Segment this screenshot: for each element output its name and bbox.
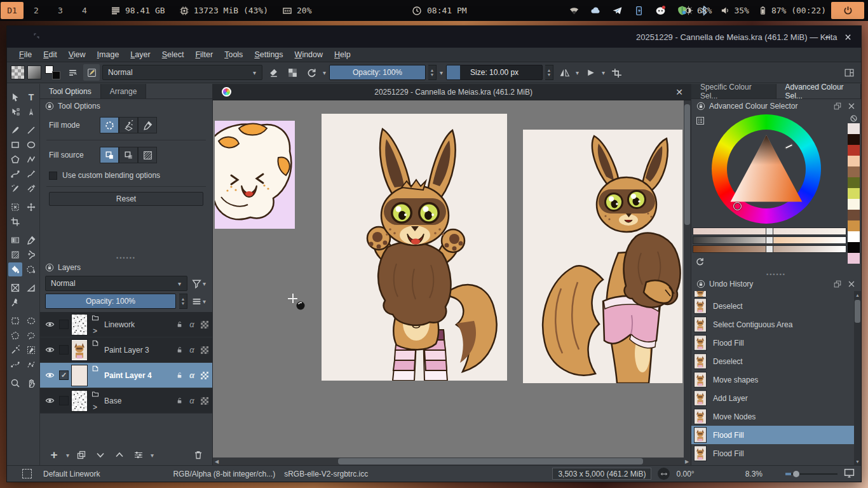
layer-opacity-slider[interactable]: Opacity: 100% (45, 294, 176, 309)
measure-tool[interactable] (24, 281, 38, 295)
undo-scrollbar[interactable]: ▲ ▼ (854, 291, 861, 465)
cloud-icon[interactable] (590, 5, 601, 16)
alpha-lock-icon[interactable]: α (187, 345, 197, 355)
freehand-brush-tool[interactable] (8, 123, 22, 137)
inherit-alpha-icon[interactable] (200, 346, 210, 354)
eraser-mode-button[interactable] (265, 64, 281, 81)
horizontal-mirror-button[interactable] (556, 64, 573, 81)
undo-item-select-contiguous-area-2[interactable]: Select Contiguous Area (691, 315, 854, 334)
color-swatch-7[interactable] (848, 199, 860, 210)
layer-visibility-icon[interactable] (43, 370, 57, 380)
background-color[interactable] (52, 71, 60, 79)
reference-images-tool[interactable] (8, 295, 22, 309)
add-layer-dropdown-icon[interactable]: ▾ (65, 452, 70, 459)
gradient-tool[interactable] (8, 233, 22, 247)
layer-lock-icon[interactable] (174, 346, 184, 354)
layer-blending-dropdown[interactable]: Normal ▾ (45, 276, 187, 291)
undo-item-partial[interactable] (691, 291, 854, 297)
layer-row-base[interactable]: >Baseα (40, 388, 212, 414)
undo-item-deselect-4[interactable]: Deselect (691, 352, 854, 370)
layer-visibility-icon[interactable] (43, 345, 57, 355)
no-color-icon[interactable] (848, 113, 860, 123)
color-swatch-2[interactable] (848, 145, 860, 156)
size-slider[interactable]: Size: 10.00 px (446, 65, 543, 80)
magnetic-select-tool[interactable] (24, 358, 38, 372)
hmirror-dropdown-icon[interactable]: ▾ (575, 69, 580, 76)
workspace-button-4[interactable]: 4 (73, 2, 96, 19)
smart-patch-tool[interactable] (24, 248, 38, 262)
alpha-lock-icon[interactable]: α (187, 370, 197, 380)
color-slider-3[interactable] (693, 245, 846, 253)
polyline-tool[interactable] (24, 152, 38, 166)
inherit-alpha-icon[interactable] (200, 321, 210, 329)
custom-blending-checkbox[interactable] (49, 172, 57, 180)
color-swatch-9[interactable] (848, 220, 860, 231)
menu-filter[interactable]: Filter (189, 50, 219, 59)
menu-select[interactable]: Select (156, 50, 190, 59)
color-swatch-8[interactable] (848, 210, 860, 220)
properties-dropdown-icon[interactable]: ▾ (150, 452, 154, 459)
color-swatch-12[interactable] (848, 253, 860, 264)
contiguous-select-tool[interactable] (8, 343, 22, 357)
fill-mode-all-layers-button[interactable] (119, 117, 138, 133)
color-history-reset-icon[interactable] (695, 257, 705, 268)
undo-item-move-shapes-5[interactable]: Move shapes (691, 370, 854, 389)
close-docker-icon[interactable] (847, 102, 856, 111)
vmirror-dropdown-icon[interactable]: ▾ (601, 69, 606, 76)
freehand-path-tool[interactable] (24, 167, 38, 181)
brush-presets-button[interactable] (64, 64, 81, 81)
fill-mode-contiguous-button[interactable] (100, 117, 119, 133)
color-swatch-11[interactable] (848, 242, 860, 253)
layer-options-button[interactable]: ▾ (191, 294, 207, 309)
tab-tool-options[interactable]: Tool Options (40, 84, 101, 98)
docker-lock-icon[interactable] (696, 280, 705, 288)
undo-item-flood-fill-8[interactable]: Flood Fill (691, 426, 854, 444)
discord-icon[interactable] (655, 5, 666, 16)
ellipse-select-tool[interactable] (24, 314, 38, 328)
pattern-swatch[interactable] (11, 65, 25, 79)
zoom-tool[interactable] (8, 376, 22, 390)
layer-checkbox[interactable] (59, 320, 69, 329)
hscroll-handle[interactable] (338, 458, 643, 464)
color-slider-2[interactable] (693, 236, 846, 244)
undo-scroll-handle[interactable] (855, 300, 860, 323)
docker-lock-icon[interactable] (696, 102, 705, 111)
move-layer-down-button[interactable] (93, 447, 108, 463)
slider-handle[interactable] (766, 236, 773, 244)
bezier-select-tool[interactable] (8, 358, 22, 372)
dynamic-brush-tool[interactable] (8, 182, 22, 196)
battery-applet-icon[interactable] (634, 5, 644, 16)
acs-settings-icon[interactable] (695, 116, 705, 128)
menu-help[interactable]: Help (329, 50, 356, 59)
menu-file[interactable]: File (13, 50, 37, 59)
workspace-button-d1[interactable]: D1 (1, 2, 24, 19)
alpha-lock-icon[interactable]: α (187, 396, 197, 405)
close-docker-icon[interactable] (847, 280, 856, 288)
scroll-right-icon[interactable]: ▶ (683, 459, 691, 464)
scroll-down-icon[interactable]: ▼ (854, 458, 861, 465)
polygon-tool[interactable] (8, 152, 22, 166)
menu-settings[interactable]: Settings (248, 50, 288, 59)
color-swatch-4[interactable] (848, 166, 860, 177)
inherit-alpha-icon[interactable] (200, 372, 210, 379)
menu-edit[interactable]: Edit (37, 50, 63, 59)
transform-tool[interactable] (8, 200, 22, 214)
move-tool[interactable] (24, 200, 38, 214)
layer-lock-icon[interactable] (174, 320, 184, 329)
undo-item-move-nodes-7[interactable]: Move Nodes (691, 407, 854, 426)
reload-preset-button[interactable] (303, 64, 320, 81)
brush-editor-button[interactable] (83, 64, 100, 81)
menu-window[interactable]: Window (289, 50, 329, 59)
undo-item-flood-fill-9[interactable]: Flood Fill (691, 444, 854, 463)
rect-select-tool[interactable] (8, 314, 22, 328)
layer-row-paint-layer-3[interactable]: Paint Layer 3α (40, 337, 212, 363)
layer-properties-button[interactable] (131, 447, 146, 463)
color-sampler-tool[interactable] (24, 233, 38, 247)
alpha-lock-icon[interactable]: α (187, 320, 197, 329)
undo-item-deselect-1[interactable]: Deselect (691, 297, 854, 315)
fg-bg-color-selector[interactable] (44, 64, 62, 81)
preserve-alpha-button[interactable] (284, 64, 301, 81)
delete-layer-button[interactable] (191, 447, 206, 463)
rectangle-tool[interactable] (8, 138, 22, 152)
blending-mode-dropdown[interactable]: Normal ▾ (102, 65, 262, 80)
